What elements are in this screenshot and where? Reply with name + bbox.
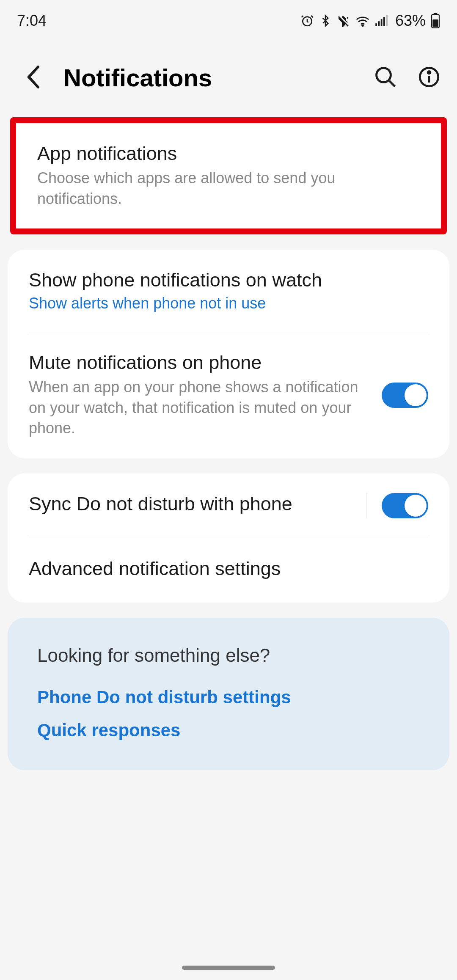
- app-notifications-title: App notifications: [37, 143, 411, 165]
- setting-title: Advanced notification settings: [29, 558, 420, 580]
- svg-rect-6: [386, 15, 388, 26]
- mute-icon: [337, 14, 350, 28]
- svg-rect-3: [378, 21, 380, 26]
- setting-title: Sync Do not disturb with phone: [29, 493, 349, 515]
- bluetooth-icon: [319, 14, 332, 27]
- status-bar: 7:04 63%: [0, 0, 457, 38]
- search-button[interactable]: [374, 66, 397, 90]
- app-notifications-item[interactable]: App notifications Choose which apps are …: [10, 117, 447, 234]
- svg-rect-2: [375, 23, 377, 26]
- mute-toggle[interactable]: [382, 383, 428, 408]
- setting-desc: Show alerts when phone not in use: [29, 295, 420, 312]
- sync-dnd-item[interactable]: Sync Do not disturb with phone: [8, 473, 449, 538]
- divider: [366, 493, 366, 518]
- back-button[interactable]: [25, 64, 42, 91]
- setting-title: Mute notifications on phone: [29, 352, 373, 374]
- dnd-advanced-card: Sync Do not disturb with phone Advanced …: [8, 473, 449, 603]
- svg-rect-9: [432, 19, 438, 27]
- app-notifications-desc: Choose which apps are allowed to send yo…: [37, 168, 411, 209]
- mute-notifications-item[interactable]: Mute notifications on phone When an app …: [8, 332, 449, 458]
- advanced-settings-item[interactable]: Advanced notification settings: [8, 538, 449, 603]
- battery-icon: [431, 13, 440, 28]
- watch-settings-card: Show phone notifications on watch Show a…: [8, 250, 449, 458]
- setting-title: Show phone notifications on watch: [29, 269, 420, 291]
- status-icons: 63%: [300, 12, 440, 30]
- setting-desc: When an app on your phone shows a notifi…: [29, 377, 373, 439]
- svg-point-10: [377, 68, 391, 82]
- page-header: Notifications: [0, 38, 457, 117]
- svg-rect-5: [383, 17, 385, 26]
- quick-responses-link[interactable]: Quick responses: [37, 720, 420, 741]
- wifi-icon: [355, 14, 370, 27]
- tip-title: Looking for something else?: [37, 645, 420, 666]
- svg-rect-4: [381, 19, 383, 26]
- svg-point-1: [362, 25, 363, 26]
- tip-card: Looking for something else? Phone Do not…: [8, 618, 449, 770]
- page-title: Notifications: [63, 63, 374, 92]
- sync-dnd-toggle[interactable]: [382, 493, 428, 518]
- info-button[interactable]: [418, 66, 440, 90]
- battery-percent: 63%: [395, 12, 426, 30]
- dnd-settings-link[interactable]: Phone Do not disturb settings: [37, 687, 420, 707]
- signal-icon: [375, 15, 388, 27]
- alarm-icon: [300, 14, 314, 28]
- status-time: 7:04: [17, 12, 47, 30]
- show-phone-notifications-item[interactable]: Show phone notifications on watch Show a…: [8, 250, 449, 332]
- svg-point-12: [428, 71, 430, 74]
- home-indicator[interactable]: [182, 966, 275, 970]
